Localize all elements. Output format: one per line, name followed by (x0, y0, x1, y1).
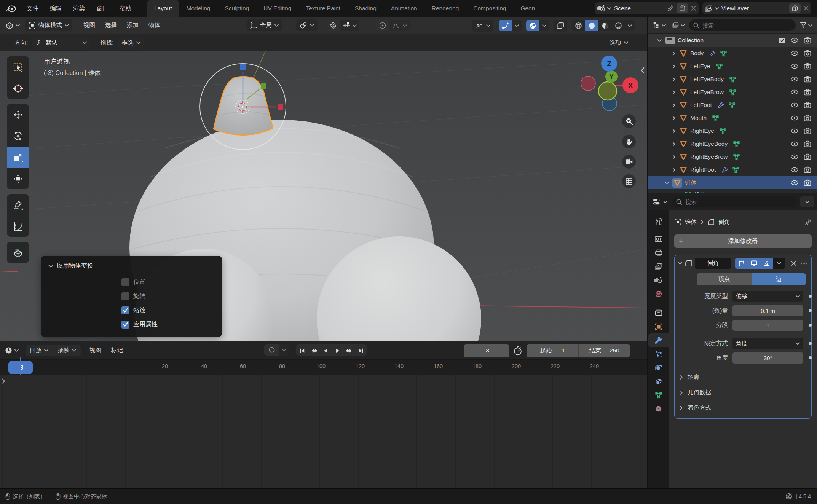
menu-window[interactable]: 窗口 (91, 0, 114, 17)
tool-measure[interactable] (7, 215, 29, 237)
tab-world[interactable] (648, 287, 669, 301)
snap-target-button[interactable] (340, 20, 359, 31)
expand-icon[interactable] (673, 129, 675, 133)
outliner-search[interactable] (689, 19, 796, 31)
hide-icon[interactable] (790, 49, 799, 57)
location-checkbox[interactable] (121, 278, 129, 286)
animate-dot[interactable] (809, 295, 812, 298)
hide-icon[interactable] (790, 114, 799, 122)
tab-sculpting[interactable]: Sculpting (217, 0, 256, 17)
mode-selector[interactable]: 物体模式 (25, 19, 72, 31)
section-profile[interactable]: 轮廓 (675, 370, 811, 385)
scene-icon[interactable] (597, 5, 611, 12)
tab-layout[interactable]: Layout (147, 0, 179, 17)
use-preview-range-button[interactable] (513, 346, 522, 356)
tool-add-primitive[interactable] (7, 242, 29, 263)
hide-icon[interactable] (790, 166, 799, 174)
tool-rotate[interactable] (7, 125, 29, 147)
angle-field[interactable]: 30° (732, 352, 803, 364)
timeline-ruler[interactable]: 20 40 60 80 100 120 140 160 180 200 220 … (0, 360, 647, 375)
jump-to-start-button[interactable] (296, 344, 308, 356)
viewlayer-name[interactable]: ViewLayer (721, 5, 787, 12)
scene-delete-icon[interactable] (691, 5, 696, 11)
tab-rendering[interactable]: Rendering (424, 0, 466, 17)
animate-dot[interactable] (809, 356, 812, 359)
segments-field[interactable]: 1 (732, 320, 803, 331)
viewlayer-delete-icon[interactable] (803, 5, 809, 11)
options-dropdown[interactable]: 选项 (606, 37, 632, 49)
shading-wireframe-icon[interactable] (572, 20, 585, 31)
next-keyframe-button[interactable] (343, 344, 355, 356)
keying-menu[interactable]: 插帧 (53, 345, 81, 356)
visibility-dropdown[interactable] (472, 20, 493, 32)
tab-constraints[interactable] (648, 375, 669, 388)
shading-dropdown[interactable] (625, 20, 635, 31)
tab-texture-paint[interactable]: Texture Paint (298, 0, 347, 17)
outliner-row-lefteyebody[interactable]: LeftEyeBody (648, 73, 817, 86)
tab-material[interactable] (648, 402, 669, 416)
tab-animation[interactable]: Animation (384, 0, 424, 17)
ortho-grid-button[interactable] (622, 174, 636, 188)
section-shading[interactable]: 着色方式 (675, 400, 811, 415)
panel-expand-icon[interactable] (678, 262, 682, 265)
tab-output[interactable] (648, 246, 669, 260)
tab-tool[interactable] (648, 215, 669, 228)
object-name[interactable]: Body (690, 50, 704, 57)
shading-solid-icon[interactable] (585, 20, 598, 31)
timeline-editor-type-button[interactable] (5, 346, 19, 354)
transform-orientation[interactable]: 全局 (246, 19, 282, 31)
object-name[interactable]: Mouth (690, 115, 707, 121)
start-frame-field[interactable]: 起始1 (527, 344, 578, 357)
collection-expand-icon[interactable] (657, 39, 662, 42)
drag-dropdown[interactable]: 框选 (118, 37, 144, 49)
tab-scene[interactable] (648, 273, 669, 287)
proportional-editing-icon[interactable] (376, 20, 389, 31)
tab-uv-editing[interactable]: UV Editing (256, 0, 298, 17)
affect-vertices-tab[interactable]: 顶点 (697, 273, 752, 285)
outliner-display-mode-button[interactable] (651, 21, 667, 29)
object-name[interactable]: 锥体 (685, 179, 697, 187)
playhead[interactable]: -3 (8, 361, 33, 374)
expand-icon[interactable] (673, 167, 675, 172)
object-name[interactable]: LeftEyeBody (690, 76, 724, 83)
collection-name[interactable]: Collection (678, 37, 704, 44)
expand-icon[interactable] (673, 64, 675, 69)
outliner-row-leftfoot[interactable]: LeftFoot (648, 99, 817, 112)
outliner-row-righteyebody[interactable]: RightEyeBody (648, 137, 817, 150)
timeline-marker-menu[interactable]: 标记 (106, 346, 128, 354)
render-icon[interactable] (803, 101, 812, 109)
affect-edges-tab[interactable]: 边 (752, 273, 806, 285)
object-name[interactable]: RightFoot (690, 166, 716, 173)
shading-rendered-icon[interactable] (612, 20, 625, 31)
prev-keyframe-button[interactable] (308, 344, 320, 356)
playback-menu[interactable]: 回放 (26, 345, 53, 356)
drag-handle-icon[interactable] (801, 261, 807, 265)
blender-logo-icon[interactable] (0, 4, 21, 13)
animate-dot[interactable] (809, 309, 812, 312)
expand-icon[interactable] (673, 103, 675, 107)
rotation-checkbox[interactable] (121, 292, 129, 300)
hide-icon[interactable] (790, 179, 799, 187)
object-name[interactable]: LeftEye (690, 63, 710, 70)
outliner-row-cone-selected[interactable]: 锥体 (648, 176, 817, 189)
apply-panel-header[interactable]: 应用物体变换 (48, 262, 215, 270)
pin-id-icon[interactable] (804, 219, 812, 226)
hide-icon[interactable] (790, 127, 799, 135)
autokey-record-icon[interactable] (264, 344, 279, 356)
hide-icon[interactable] (790, 75, 799, 83)
tab-modifiers[interactable] (648, 333, 669, 347)
gizmos-dropdown[interactable] (512, 20, 522, 31)
properties-search-input[interactable] (685, 199, 793, 205)
collection-checkbox[interactable] (779, 37, 786, 44)
render-icon[interactable] (803, 62, 812, 70)
gizmos-toggle-icon[interactable] (499, 20, 512, 31)
render-icon[interactable] (803, 179, 812, 187)
jump-to-end-button[interactable] (355, 344, 367, 356)
channel-expand-arrow[interactable] (2, 378, 6, 384)
tool-select-box[interactable] (7, 56, 29, 78)
outliner-search-input[interactable] (702, 22, 792, 29)
render-icon[interactable] (803, 114, 812, 122)
expand-icon[interactable] (673, 155, 675, 159)
render-icon[interactable] (803, 88, 812, 96)
scale-checkbox[interactable] (121, 306, 129, 314)
